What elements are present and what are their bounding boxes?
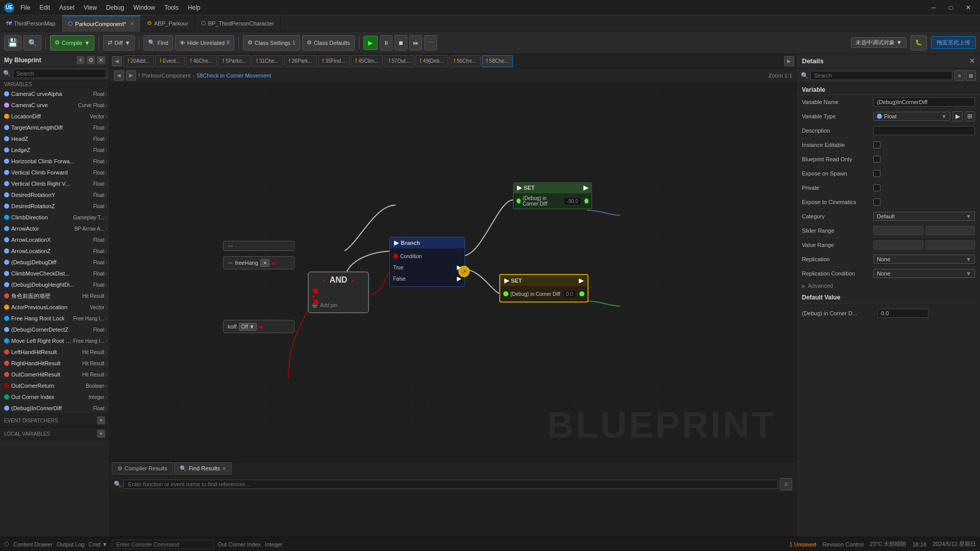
variable-item-28[interactable]: (Debug)InCornerDiff Float ›: [0, 403, 109, 414]
blueprint-close-button[interactable]: ✕: [97, 56, 105, 64]
menu-tools[interactable]: Tools: [160, 2, 183, 13]
parent-class-badge[interactable]: 拖蓝至此上传: [931, 36, 976, 49]
variable-item-12[interactable]: ArrowActor BP Arrow A... ›: [0, 223, 109, 234]
variable-item-15[interactable]: (Debug)DebugDiff Float ›: [0, 257, 109, 268]
func-tab-10[interactable]: f56Che...: [449, 55, 481, 67]
branch-node[interactable]: ▶ Branch Condition True ▶ False ▶: [389, 237, 465, 287]
set-node-1-value[interactable]: -90.0: [565, 198, 580, 205]
diff-button[interactable]: ⇄ Diff ▼: [103, 35, 135, 51]
statusbar-cmd[interactable]: Cmd ▼: [88, 541, 107, 547]
variable-type-extra[interactable]: ▶: [952, 111, 963, 121]
instance-editable-checkbox[interactable]: [873, 141, 880, 148]
func-tab-0[interactable]: f20Add...: [123, 55, 154, 67]
variable-item-13[interactable]: ArrowLocationX Float ›: [0, 234, 109, 245]
details-search-input[interactable]: [811, 71, 952, 80]
hide-unrelated-button[interactable]: 👁 Hide Unrelated 8: [175, 35, 234, 51]
menu-window[interactable]: Window: [129, 2, 159, 13]
variable-item-10[interactable]: DesiredRotationZ Float ›: [0, 201, 109, 212]
set-node-2-value[interactable]: 0.0: [564, 291, 575, 297]
category-dropdown[interactable]: Default ▼: [873, 212, 975, 221]
play-button[interactable]: ▶: [363, 36, 378, 50]
maximize-button[interactable]: □: [943, 3, 959, 13]
nav-back-button[interactable]: ◀: [114, 70, 124, 81]
variable-item-20[interactable]: Free Hang Root Lock Free Hang I... ›: [0, 313, 109, 324]
variable-item-27[interactable]: Out Corner Index Integer ›: [0, 391, 109, 403]
set-node-1[interactable]: ▶ SET ▶ (Debug) in Corner Diff -90.0: [513, 182, 592, 209]
variable-item-22[interactable]: Move Left Right Root Lo... Free Hang I..…: [0, 335, 109, 346]
blueprint-readonly-checkbox[interactable]: [873, 156, 880, 163]
func-tab-left-button[interactable]: ◀: [112, 56, 122, 66]
save-button[interactable]: 💾: [4, 35, 21, 51]
step-button[interactable]: ⏭: [409, 35, 422, 51]
expose-cinematics-checkbox[interactable]: [873, 198, 880, 206]
value-range-min[interactable]: [873, 240, 923, 249]
menu-edit[interactable]: Edit: [35, 2, 54, 13]
variable-item-18[interactable]: 角色前面的墙壁 Hit Result ›: [0, 290, 109, 302]
top-fragment-node[interactable]: ==: [223, 241, 295, 251]
func-tab-4[interactable]: f31Che...: [252, 55, 283, 67]
nav-forward-button[interactable]: ▶: [126, 70, 136, 81]
variable-item-6[interactable]: Horizontal Climb Forwa... Float ›: [0, 156, 109, 167]
func-tab-11[interactable]: f58Che...: [482, 55, 513, 67]
browse-button[interactable]: 🔍: [23, 35, 41, 51]
koff-node[interactable]: koff Off ▼ ●: [223, 320, 295, 333]
list-view-button[interactable]: ≡: [954, 70, 965, 81]
find-options-button[interactable]: ≡: [780, 478, 792, 490]
expose-spawn-checkbox[interactable]: [873, 170, 880, 177]
variable-item-2[interactable]: LocationDiff Vector ›: [0, 111, 109, 122]
replication-dropdown[interactable]: None ▼: [873, 255, 975, 264]
tab-parkourcomponent[interactable]: ⬡ ParkourComponent* ✕: [62, 15, 141, 32]
variable-item-1[interactable]: CameraC urve Curve Float ›: [0, 99, 109, 111]
add-pin-button[interactable]: ⊕ Add pin: [312, 301, 365, 309]
tab-bp-thirdperson[interactable]: ⬡ BP_ThirdPersonCharacter: [195, 15, 281, 32]
slider-range-max[interactable]: [925, 226, 975, 235]
tab-parkourcomponent-close[interactable]: ✕: [130, 21, 134, 27]
private-checkbox[interactable]: [873, 184, 880, 191]
func-tab-9[interactable]: f49[Deb...: [415, 55, 448, 67]
grid-view-button[interactable]: ⊞: [966, 70, 976, 81]
menu-file[interactable]: File: [16, 2, 34, 13]
func-tab-5[interactable]: f26Park...: [284, 55, 317, 67]
variable-item-19[interactable]: ActorPreviousLocation Vector ›: [0, 302, 109, 313]
menu-help[interactable]: Help: [184, 2, 205, 13]
variable-item-4[interactable]: HeadZ Float ›: [0, 133, 109, 144]
description-input[interactable]: [873, 126, 975, 135]
statusbar-content-drawer[interactable]: Content Drawer: [13, 541, 53, 547]
variable-name-input[interactable]: [873, 97, 975, 107]
find-button[interactable]: 🔍 Find: [143, 35, 173, 51]
variable-item-21[interactable]: (Debug)CornerDetectZ Float ›: [0, 324, 109, 335]
tab-thirdpersonmap[interactable]: 🗺 ThirdPersonMap: [0, 15, 62, 32]
variable-type-dropdown[interactable]: Float ▼: [873, 112, 950, 121]
add-local-variable-button[interactable]: +: [97, 430, 105, 438]
menu-asset[interactable]: Asset: [55, 2, 79, 13]
func-tab-7[interactable]: f45Clim...: [351, 55, 383, 67]
variable-item-9[interactable]: DesiredRotationY Float ›: [0, 189, 109, 201]
func-tab-6[interactable]: f35Find...: [318, 55, 350, 67]
variable-item-3[interactable]: TargetArmLengthDiff Float ›: [0, 122, 109, 133]
debug-options-button[interactable]: ⋯: [424, 35, 437, 51]
freehang-node[interactable]: == freeHang ✕ ●: [223, 256, 295, 269]
add-variable-button[interactable]: +: [77, 56, 85, 64]
func-tab-1[interactable]: fEvent...: [155, 55, 185, 67]
class-defaults-button[interactable]: ⚙ Class Defaults: [302, 35, 355, 51]
slider-range-min[interactable]: [873, 226, 923, 235]
tab-abp-parkour[interactable]: ⚙ ABP_Parkour: [141, 15, 195, 32]
variable-item-8[interactable]: Vertical Climb Right V... Float ›: [0, 178, 109, 189]
variable-item-16[interactable]: ClimbMoveCheckDist... Float ›: [0, 268, 109, 279]
menu-view[interactable]: View: [80, 2, 101, 13]
koff-dropdown[interactable]: Off ▼: [239, 323, 257, 331]
func-tab-3[interactable]: f5Parko...: [218, 55, 251, 67]
find-search-input[interactable]: [124, 480, 778, 489]
replication-condition-dropdown[interactable]: None ▼: [873, 269, 975, 278]
compile-button[interactable]: ⚙ Compile ▼: [50, 35, 94, 51]
debug-extra-button[interactable]: 🐛: [911, 35, 927, 51]
compiler-results-tab[interactable]: ⚙ Compiler Results: [112, 462, 173, 474]
variable-item-24[interactable]: RightHandHitResult Hit Result ›: [0, 358, 109, 369]
class-settings-button[interactable]: ⚙ Class Settings 1: [243, 35, 300, 51]
statusbar-output-log[interactable]: Output Log: [57, 541, 84, 547]
blueprint-canvas[interactable]: BLUEPRINT: [110, 83, 796, 461]
variable-type-arr[interactable]: ⊞: [965, 111, 975, 121]
variable-item-26[interactable]: OutCornerReturn Boolean ›: [0, 380, 109, 391]
minimize-button[interactable]: ─: [926, 3, 941, 13]
variable-item-7[interactable]: Vertical Climb Forward Float ›: [0, 167, 109, 178]
